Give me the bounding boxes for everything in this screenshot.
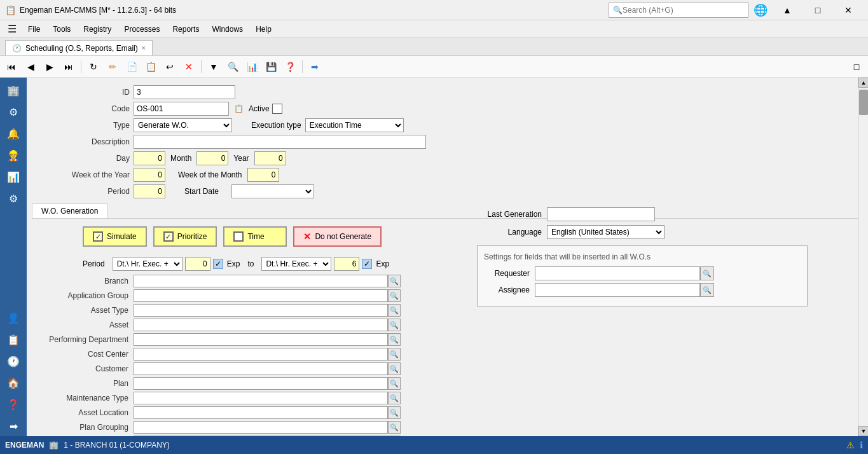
period-to-value[interactable] [334, 257, 359, 271]
menu-reports[interactable]: Reports [166, 22, 205, 36]
application-group-input[interactable] [134, 289, 388, 302]
asset-search-button[interactable]: 🔍 [388, 319, 401, 331]
tab-close-icon[interactable]: × [142, 45, 146, 52]
period-from-exp-checkbox[interactable]: ✓ [213, 259, 223, 269]
sidebar-item-user[interactable]: 👤 [2, 308, 25, 328]
time-button[interactable]: Time [223, 226, 287, 247]
period-from-dropdown[interactable]: Dt.\ Hr. Exec. + [113, 257, 183, 271]
scroll-thumb[interactable] [859, 90, 868, 115]
start-date-select[interactable] [231, 184, 314, 198]
branch-input[interactable] [134, 275, 388, 287]
nav-first-button[interactable]: ⏮ [3, 58, 20, 75]
nav-prev-button[interactable]: ◀ [22, 58, 39, 75]
customer-input[interactable] [134, 362, 388, 375]
id-field[interactable] [134, 85, 235, 99]
nav-last-button[interactable]: ⏭ [60, 58, 78, 75]
plan-search-button[interactable]: 🔍 [388, 377, 401, 390]
assignee-input[interactable] [535, 283, 700, 297]
search-input[interactable] [623, 6, 737, 15]
asset-location-search-button[interactable]: 🔍 [388, 406, 401, 419]
filter-button[interactable]: ▼ [205, 58, 223, 75]
sidebar-item-worker[interactable]: 👷 [2, 145, 25, 165]
expand-button[interactable]: □ [848, 58, 865, 75]
simulate-button[interactable]: ✓ Simulate [83, 226, 147, 247]
plan-input[interactable] [134, 377, 388, 390]
asset-type-search-button[interactable]: 🔍 [388, 304, 401, 317]
type-select[interactable]: Generate W.O. Generate Report Send Email [134, 118, 232, 132]
asset-location-input[interactable] [134, 406, 388, 419]
scroll-up-arrow[interactable]: ▲ [858, 78, 868, 88]
requester-input[interactable] [535, 266, 700, 280]
assignee-search-button[interactable]: 🔍 [700, 283, 714, 297]
main-tab[interactable]: 🕐 Scheduling (O.S, Reports, Email) × [5, 40, 153, 55]
time-checkbox[interactable] [233, 231, 244, 242]
scroll-down-arrow[interactable]: ▼ [858, 426, 868, 436]
week-of-year-field[interactable] [134, 168, 165, 182]
period-field[interactable] [134, 184, 165, 198]
sidebar-item-home[interactable]: 🏠 [2, 373, 25, 393]
menu-registry[interactable]: Registry [77, 22, 118, 36]
active-checkbox[interactable] [272, 104, 282, 114]
undo-button[interactable]: ↩ [161, 58, 179, 75]
menu-tools[interactable]: Tools [46, 22, 77, 36]
menu-file[interactable]: File [22, 22, 46, 36]
simulate-checkbox[interactable]: ✓ [93, 231, 103, 242]
vertical-scrollbar[interactable]: ▲ ▼ [858, 78, 868, 436]
maintenance-type-input[interactable] [134, 392, 388, 404]
language-select[interactable]: English (United States) Portuguese (Braz… [547, 225, 665, 239]
day-field[interactable] [134, 151, 165, 165]
help-button[interactable]: ❓ [281, 58, 299, 75]
hamburger-icon[interactable]: ☰ [3, 20, 22, 38]
sidebar-item-alerts[interactable]: 🔔 [2, 123, 25, 144]
sidebar-item-list[interactable]: 📋 [2, 329, 25, 350]
period-to-dropdown[interactable]: Dt.\ Hr. Exec. + [261, 257, 331, 271]
last-generation-input[interactable] [547, 207, 655, 221]
plan-grouping-input[interactable] [134, 421, 388, 434]
branch-search-button[interactable]: 🔍 [388, 275, 401, 287]
week-of-month-field[interactable] [247, 168, 279, 182]
nav-next-button[interactable]: ▶ [41, 58, 59, 75]
sidebar-item-help[interactable]: ❓ [2, 394, 25, 415]
new-button[interactable]: 📄 [123, 58, 141, 75]
search-button[interactable]: 🔍 [224, 58, 242, 75]
save-button[interactable]: 💾 [262, 58, 280, 75]
month-field[interactable] [196, 151, 228, 165]
description-field[interactable] [134, 135, 426, 149]
year-field[interactable] [254, 151, 286, 165]
copy-button[interactable]: 📋 [142, 58, 160, 75]
requester-search-button[interactable]: 🔍 [700, 266, 714, 280]
search-box[interactable]: 🔍 [609, 3, 748, 18]
sidebar-item-clock[interactable]: 🕐 [2, 351, 25, 371]
exit-button[interactable]: ➡ [306, 58, 324, 75]
menu-processes[interactable]: Processes [118, 22, 166, 36]
do-not-generate-button[interactable]: ✕ Do not Generate [293, 226, 382, 247]
refresh-button[interactable]: ↻ [85, 58, 102, 75]
maximize-button[interactable]: □ [803, 1, 832, 19]
asset-input[interactable] [134, 319, 388, 331]
application-group-search-button[interactable]: 🔍 [388, 289, 401, 302]
execution-type-select[interactable]: Execution Time Fixed Time Manual [305, 118, 404, 132]
prioritize-button[interactable]: ✓ Prioritize [153, 226, 217, 247]
performing-dept-input[interactable] [134, 333, 388, 346]
performing-dept-search-button[interactable]: 🔍 [388, 333, 401, 346]
sidebar-item-settings[interactable]: ⚙ [2, 102, 25, 122]
plan-grouping-search-button[interactable]: 🔍 [388, 421, 401, 434]
cost-center-input[interactable] [134, 348, 388, 361]
sidebar-item-chart[interactable]: 📊 [2, 167, 25, 187]
prioritize-checkbox[interactable]: ✓ [163, 231, 174, 242]
maintenance-type-search-button[interactable]: 🔍 [388, 392, 401, 404]
cost-center-search-button[interactable]: 🔍 [388, 348, 401, 361]
customer-search-button[interactable]: 🔍 [388, 362, 401, 375]
code-field[interactable] [134, 102, 229, 116]
sidebar-item-exit[interactable]: ➡ [2, 416, 25, 436]
tab-wo-generation[interactable]: W.O. Generation [32, 203, 107, 218]
delete-button[interactable]: ✕ [180, 58, 198, 75]
report-button[interactable]: 📊 [243, 58, 261, 75]
sidebar-item-gear[interactable]: ⚙ [2, 188, 25, 209]
edit-button[interactable]: ✏ [104, 58, 121, 75]
close-button[interactable]: ✕ [834, 1, 863, 19]
asset-type-input[interactable] [134, 304, 388, 317]
menu-windows[interactable]: Windows [205, 22, 249, 36]
minimize-button[interactable]: ▲ [773, 1, 802, 19]
sidebar-item-company[interactable]: 🏢 [2, 80, 25, 100]
